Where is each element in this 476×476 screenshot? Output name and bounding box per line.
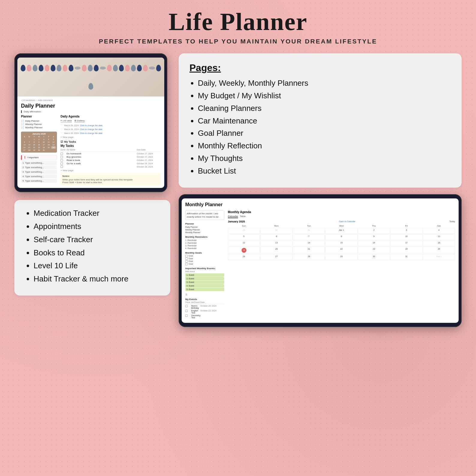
my-event-date-2: October 22, 2024 (200, 310, 224, 314)
task-checkbox-5[interactable] (61, 165, 63, 168)
drop-pink-7 (143, 65, 148, 71)
cal-d-8: 6 (22, 141, 27, 143)
cal-today-btn[interactable]: Today (449, 220, 455, 222)
cal-r1-c5: 2 (358, 228, 390, 234)
goal-4: Goal (185, 263, 224, 265)
view-calendar-btn[interactable]: Calendar (228, 215, 238, 218)
nav-monthly[interactable]: 📄 Monthly Planner (21, 126, 57, 129)
gallery-view-btn[interactable]: ⊞ Gallery (74, 119, 85, 123)
add-page-btn[interactable]: + New page (61, 136, 161, 138)
goal-1: Goal (185, 255, 224, 257)
subtitle: PERFECT TEMPLATES TO HELP YOU MAINTAIN Y… (0, 38, 476, 45)
agenda-action-1[interactable]: Click to change the date (80, 124, 103, 126)
reminder-4: 4. Reminder (185, 247, 224, 250)
goal-checkbox-1[interactable] (185, 255, 188, 257)
task-due-1: October 27, 2024 (137, 153, 161, 155)
view-table-btn[interactable]: Table (240, 215, 245, 218)
goal-checkbox-2[interactable] (185, 257, 188, 260)
pages-list: Daily, Weekly, Monthly Planners My Budge… (189, 78, 451, 176)
heart-icon-3: ♡ (61, 132, 63, 135)
goal-checkbox-4[interactable] (185, 263, 188, 265)
drop-gray-2 (57, 65, 61, 71)
ev-col-name: Aa Event (191, 301, 200, 303)
mini-cal-grid: S M T W T F S 1 (22, 135, 56, 151)
cal-d-2 (27, 138, 31, 141)
agenda-date-3: March 28, 2024 (64, 132, 79, 134)
notes-label: Notes: (62, 175, 159, 177)
nav-daily[interactable]: 📄 Daily Planner (21, 119, 57, 123)
heart-icon-1: ♡ (61, 124, 63, 127)
cal-hdr-tue: Tue (293, 224, 325, 228)
agenda-item-3: ♡ March 28, 2024 Click to change the dat… (61, 132, 161, 135)
cal-hdr-t2: T (42, 135, 46, 138)
cal-r3-c4: 15 (325, 240, 357, 246)
leaf-2 (100, 67, 106, 70)
cal-d-5: 3 (42, 138, 46, 141)
drop-pink-5 (107, 65, 112, 71)
goal-2: Goal (185, 257, 224, 260)
monthly-calendar: January 2025 Open in Calendar Today Sun … (228, 220, 455, 260)
monthly-affirmation: Affirmation of the month: I am exactly w… (185, 210, 224, 220)
cal-hdr-m: M (27, 135, 31, 138)
cal-month-header: January 2025 Open in Calendar Today (228, 220, 455, 223)
cal-r1-c7: 4 (423, 228, 455, 234)
cal-hdr-s2: S (51, 135, 56, 138)
monthly-page-title: Monthly Planner (185, 202, 455, 207)
my-event-date-3 (201, 314, 225, 319)
agenda-view-toggle: ≡ List view ⊞ Gallery (61, 119, 161, 123)
cal-r4-c1: 19 (228, 247, 260, 254)
agenda-item-2: ♡ March 28, 2024 Click to change the dat… (61, 128, 161, 131)
task-checkbox-2[interactable] (61, 156, 63, 158)
monthly-nav-daily[interactable]: Daily Planner (185, 226, 224, 228)
drop-pink-1 (27, 65, 31, 71)
drop-navy-3 (51, 65, 55, 71)
cal-d-29: 27 (22, 149, 27, 151)
agenda-item-1: ♡ March 28, 2024 Click to change the dat… (61, 124, 161, 127)
task-checkbox-1[interactable] (61, 153, 63, 155)
cal-d-10: 8 (32, 141, 36, 143)
cal-r3-c5: 16 (358, 240, 390, 246)
my-event-name-3: Geometry Test (191, 314, 201, 319)
cal-grid: Sun Mon Tue Wed Thu Fri Sat 29 30 (228, 224, 455, 260)
add-task-btn[interactable]: + New page (61, 169, 161, 172)
bottom-list-item-1: Medication Tracker (34, 208, 159, 219)
cal-d-30: 28 (27, 149, 31, 151)
drop-navy-6 (119, 65, 124, 71)
monthly-nav-weekly[interactable]: Weekly Planner (185, 228, 224, 231)
my-event-cb-1[interactable] (185, 305, 188, 307)
monthly-nav-monthly[interactable]: Monthly Planner (185, 231, 224, 234)
task-name-4: Go for a walk (67, 162, 137, 165)
cal-d-12: 10 (42, 141, 46, 143)
nav-weekly[interactable]: 📄 Weekly Planner (21, 123, 57, 126)
ev-col-done: Done (185, 301, 191, 303)
priority-important: ❗ ! Important (21, 155, 57, 160)
cal-r1-c2: 30 (260, 228, 292, 234)
bottom-left-card: Medication Tracker Appointments Self-car… (14, 200, 170, 296)
task-due-3: October 27, 2024 (137, 159, 161, 161)
agenda-action-2[interactable]: Click to change the date (80, 128, 103, 130)
my-event-cb-3[interactable] (185, 314, 188, 317)
nav-weekly-icon: 📄 (21, 123, 24, 126)
goal-checkbox-3[interactable] (185, 260, 188, 263)
ev-col-date: Date (200, 301, 224, 303)
cal-r5-c4: 29 (325, 254, 357, 260)
cal-open-btn[interactable]: Open in Calendar (339, 220, 356, 222)
cal-d-26: 24 (42, 146, 46, 149)
task-row-3: Read a book October 27, 2024 (61, 159, 161, 162)
list-view-btn[interactable]: ≡ List view (61, 119, 72, 123)
nav-daily-icon: 📄 (21, 120, 24, 122)
add-event-btn[interactable]: Add event (185, 270, 224, 272)
cal-hdr-wed: Wed (325, 224, 357, 228)
pages-item-4: Car Maintenance (198, 116, 451, 126)
my-event-row-1: Mom's Birthday October 28, 2024 (185, 305, 224, 309)
agenda-action-3[interactable]: Click to change the date (80, 132, 103, 134)
monthly-planner-tablet: Monthly Planner Affirmation of the month… (179, 194, 462, 327)
task-checkbox-3[interactable] (61, 159, 63, 162)
task-checkbox-4[interactable] (61, 162, 63, 165)
event-3: 3. Event (185, 281, 224, 284)
drop-pink-6 (125, 65, 130, 71)
cal-d-31: 29 (32, 149, 36, 151)
my-event-date-1: October 28, 2024 (200, 305, 224, 309)
my-event-cb-2[interactable] (185, 310, 188, 312)
reminders-label: Monthly Reminders (185, 236, 224, 238)
